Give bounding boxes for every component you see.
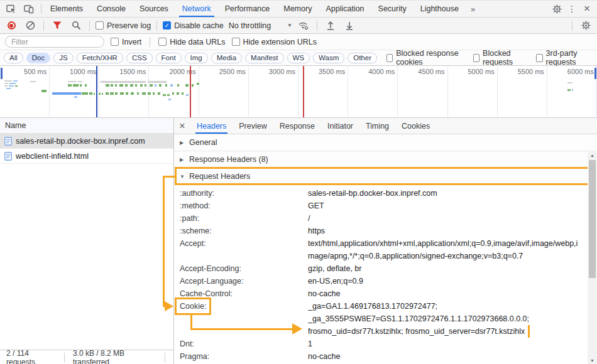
- header-key: :path:: [180, 214, 199, 223]
- header-value: GET: [308, 201, 324, 210]
- type-filter-pill[interactable]: Manifest: [245, 53, 283, 63]
- header-line: mage/apng,*/*;q=0.8,application/signed-e…: [174, 250, 587, 262]
- chevron-down-icon: ▼: [287, 23, 292, 28]
- header-line: :path: /: [174, 212, 587, 225]
- main-tab[interactable]: Memory: [277, 1, 319, 17]
- close-details-icon[interactable]: ×: [174, 120, 190, 132]
- header-value: en-US,en;q=0.9: [308, 277, 363, 286]
- scrollbar-thumb[interactable]: [589, 160, 596, 278]
- preserve-log-checkbox[interactable]: Preserve log: [96, 21, 151, 30]
- details-tab[interactable]: Timing: [359, 118, 395, 134]
- type-filter-pill[interactable]: Other: [348, 53, 377, 63]
- section-label: Request Headers: [189, 172, 250, 181]
- network-status-bar: 2 / 114 requests 3.0 kB / 8.2 MB transfe…: [0, 350, 173, 364]
- timeline-tick-label: 5500 ms: [518, 68, 544, 75]
- request-row[interactable]: sales-retail-bp.docker-box.inpref.com: [0, 134, 173, 149]
- request-row[interactable]: webclient-infield.html: [0, 149, 173, 164]
- type-filter-checkbox[interactable]: Blocked response cookies: [386, 49, 464, 67]
- settings-gear-icon[interactable]: [549, 2, 564, 16]
- header-value: https: [308, 227, 325, 235]
- network-toolbar: Preserve log ✓ Disable cache No throttli…: [0, 18, 597, 34]
- more-tabs-icon[interactable]: »: [466, 1, 480, 17]
- request-rows: sales-retail-bp.docker-box.inpref.com we…: [0, 134, 173, 164]
- filter-input[interactable]: [5, 36, 104, 48]
- main-tab[interactable]: Lighthouse: [414, 1, 466, 17]
- export-har-icon[interactable]: [342, 19, 357, 33]
- details-tab[interactable]: Headers: [190, 118, 233, 134]
- header-section-row[interactable]: ▼ Request Headers: [174, 168, 597, 185]
- main-tab[interactable]: Performance: [218, 1, 277, 17]
- timeline-tick-label: 1500 ms: [119, 68, 146, 75]
- record-network-log-icon[interactable]: [4, 19, 19, 33]
- type-filter-pill[interactable]: Wasm: [313, 53, 344, 63]
- header-key: Accept-Language:: [180, 277, 243, 286]
- inspect-element-icon[interactable]: [4, 2, 19, 16]
- timeline-tick-label: 6000 ms: [567, 68, 594, 75]
- device-toolbar-icon[interactable]: [21, 2, 36, 16]
- main-tab[interactable]: Application: [319, 1, 371, 17]
- header-key: Accept:: [180, 239, 206, 248]
- hide-data-urls-checkbox[interactable]: Hide data URLs: [158, 38, 225, 46]
- main-tab[interactable]: Network: [175, 1, 218, 17]
- details-scrollbar[interactable]: ▲ ▼: [588, 151, 597, 364]
- annotation-arrow1-stub: [163, 176, 176, 178]
- invert-checkbox[interactable]: Invert: [111, 38, 141, 46]
- header-value: no-cache: [308, 289, 340, 298]
- network-settings-gear-icon[interactable]: [578, 19, 593, 33]
- timeline-tick-label: 2500 ms: [219, 68, 246, 75]
- header-line: :authority: sales-retail-bp.docker-box.i…: [174, 187, 587, 200]
- type-filter-pill[interactable]: Img: [185, 53, 208, 63]
- divider: [572, 21, 572, 31]
- filter-icon[interactable]: [50, 19, 65, 33]
- checkbox-unchecked[interactable]: [96, 21, 104, 29]
- search-icon[interactable]: [68, 19, 84, 33]
- annotation-arrow1-line: [163, 176, 165, 307]
- timeline-tick-label: 500 ms: [24, 68, 47, 75]
- divider: [317, 21, 317, 31]
- scrollbar-down-icon[interactable]: ▼: [588, 356, 597, 364]
- type-filter-checkbox[interactable]: 3rd-party requests: [536, 49, 593, 67]
- throttling-dropdown[interactable]: No throttling ▼: [227, 21, 292, 30]
- type-filter-pill[interactable]: WS: [287, 53, 310, 63]
- header-value: sales-retail-bp.docker-box.inpref.com: [308, 189, 437, 198]
- type-filter-pill[interactable]: All: [4, 53, 23, 63]
- details-tab[interactable]: Preview: [233, 118, 273, 134]
- type-filter-pill[interactable]: Font: [156, 53, 182, 63]
- header-value: /: [308, 214, 310, 223]
- checkbox-checked[interactable]: ✓: [163, 21, 171, 29]
- header-value: gzip, deflate, br: [308, 264, 361, 273]
- type-filter-pill[interactable]: CSS: [126, 53, 153, 63]
- section-label: Response Headers (8): [189, 155, 268, 164]
- divider: [89, 21, 90, 31]
- main-tab[interactable]: Security: [371, 1, 414, 17]
- scrollbar-up-icon[interactable]: ▲: [588, 151, 597, 159]
- type-filter-pill[interactable]: Fetch/XHR: [77, 53, 123, 63]
- main-tab[interactable]: Sources: [133, 1, 175, 17]
- header-value: mage/apng,*/*;q=0.8,application/signed-e…: [308, 252, 523, 260]
- import-har-icon[interactable]: [323, 19, 338, 33]
- hide-extension-urls-checkbox[interactable]: Hide extension URLs: [232, 38, 317, 46]
- type-filter-pill[interactable]: JS: [53, 53, 73, 63]
- disable-cache-checkbox[interactable]: ✓ Disable cache: [163, 21, 224, 30]
- type-filter-pill[interactable]: Media: [211, 53, 242, 63]
- header-section-row[interactable]: ▶ Response Headers (8): [174, 151, 597, 168]
- annotation-arrow2-head: [292, 323, 302, 335]
- details-tab[interactable]: Initiator: [321, 118, 359, 134]
- type-filter-checkbox[interactable]: Blocked requests: [473, 49, 527, 67]
- main-tab[interactable]: Console: [90, 1, 133, 17]
- main-tabs: Elements Console Sources Network Perform…: [43, 1, 466, 17]
- clear-network-log-icon[interactable]: [23, 19, 38, 33]
- header-key: :method:: [180, 201, 211, 210]
- type-filter-pill[interactable]: Doc: [26, 53, 50, 63]
- kebab-menu-icon[interactable]: ⋮: [564, 2, 579, 16]
- name-column-header[interactable]: Name: [0, 118, 173, 134]
- network-conditions-icon[interactable]: [296, 19, 311, 33]
- header-section-row[interactable]: ▶ General: [174, 134, 597, 151]
- main-tab[interactable]: Elements: [43, 1, 90, 17]
- details-tab[interactable]: Cookies: [395, 118, 436, 134]
- details-tab[interactable]: Response: [273, 118, 321, 134]
- network-overview-timeline[interactable]: 500 ms1000 ms1500 ms2000 ms2500 ms3000 m…: [0, 66, 597, 118]
- request-name: webclient-infield.html: [16, 152, 89, 161]
- divider: [43, 21, 44, 31]
- close-devtools-icon[interactable]: ×: [579, 2, 594, 16]
